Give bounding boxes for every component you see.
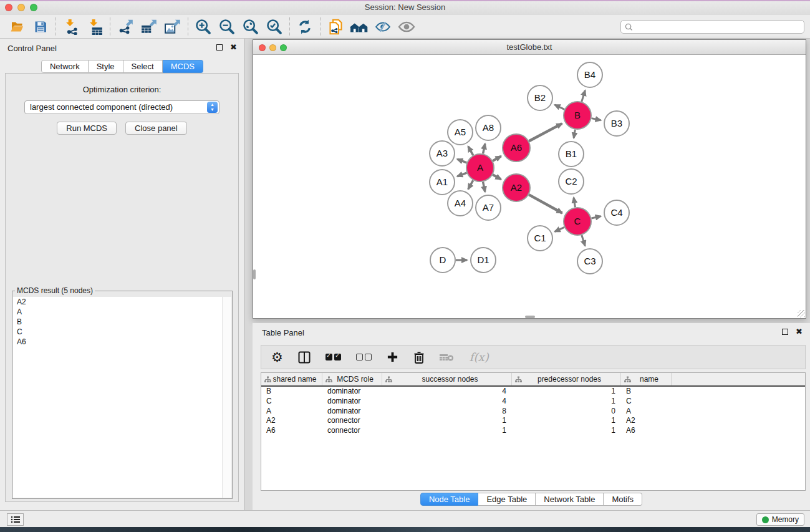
criterion-select[interactable]: largest connected component (directed) ▲…	[24, 100, 219, 114]
table-row[interactable]: Adominator80A	[261, 407, 805, 417]
table-cell[interactable]: 0	[512, 407, 621, 417]
graph-node-A5[interactable]: A5	[448, 120, 473, 145]
close-panel-icon[interactable]: ✖	[796, 329, 803, 335]
graph-node-A7[interactable]: A7	[476, 195, 501, 220]
graph-edge-A-A1[interactable]	[457, 173, 466, 177]
graph-edge-B-B4[interactable]	[582, 90, 586, 102]
table-cell[interactable]: connector	[322, 416, 382, 426]
column-header-successor-nodes[interactable]: successor nodes	[382, 373, 512, 385]
graph-node-C3[interactable]: C3	[577, 249, 602, 274]
graph-node-C2[interactable]: C2	[559, 169, 584, 194]
search-input-wrap[interactable]	[620, 20, 804, 34]
apply-layout-button[interactable]	[293, 17, 317, 37]
table-cell[interactable]: A	[621, 407, 672, 417]
tab-network[interactable]: Network	[41, 60, 89, 73]
table-cell[interactable]: B	[621, 387, 672, 397]
mcds-result-item[interactable]: A6	[13, 337, 231, 347]
import-table-button[interactable]	[83, 17, 107, 37]
show-panels-button[interactable]	[7, 513, 24, 526]
create-column-button[interactable]	[387, 351, 398, 363]
zoom-fit-button[interactable]	[239, 17, 263, 37]
graph-edge-C-C3[interactable]	[582, 235, 585, 246]
graph-node-B[interactable]: B	[564, 102, 591, 129]
graph-node-B1[interactable]: B1	[559, 142, 584, 167]
table-cell[interactable]: 8	[382, 407, 512, 417]
graph-edge-B-B2[interactable]	[555, 105, 565, 109]
mcds-result-item[interactable]: B	[13, 317, 231, 327]
table-cell[interactable]: B	[261, 387, 322, 397]
export-image-button[interactable]	[161, 17, 185, 37]
tab-select[interactable]: Select	[123, 60, 163, 73]
new-network-from-selection-button[interactable]	[324, 17, 347, 37]
open-file-button[interactable]	[5, 17, 29, 37]
graph-edge-B-B3[interactable]	[592, 118, 601, 120]
table-row[interactable]: Bdominator41B	[261, 387, 805, 397]
show-all-button[interactable]	[395, 17, 418, 37]
graph-node-C1[interactable]: C1	[528, 226, 552, 251]
graph-node-B3[interactable]: B3	[604, 111, 629, 136]
graph-edge-A-A2[interactable]	[493, 175, 501, 179]
graph-edge-A-A4[interactable]	[468, 180, 473, 189]
table-cell[interactable]: dominator	[322, 397, 382, 407]
table-tab-edge-table[interactable]: Edge Table	[478, 493, 536, 506]
delete-column-button[interactable]	[413, 351, 425, 364]
float-panel-icon[interactable]	[782, 329, 788, 335]
column-header-shared-name[interactable]: shared name	[261, 373, 322, 385]
canvas-vertical-scroll-thumb[interactable]	[253, 269, 256, 279]
float-panel-icon[interactable]	[216, 44, 223, 51]
mcds-result-item[interactable]: A2	[13, 297, 231, 307]
column-header-predecessor-nodes[interactable]: predecessor nodes	[512, 373, 621, 385]
first-neighbors-button[interactable]	[347, 17, 371, 37]
tab-style[interactable]: Style	[89, 60, 123, 73]
table-cell[interactable]: connector	[322, 426, 382, 436]
window-resize-grip[interactable]	[798, 310, 805, 317]
graph-edge-A-A7[interactable]	[483, 182, 485, 192]
network-canvas[interactable]: B4B2BB3A8A5A6B1A3AA1C2A2A4A7C4CC1C3DD1	[253, 55, 806, 318]
graph-node-D[interactable]: D	[430, 248, 455, 273]
table-cell[interactable]: 1	[512, 416, 621, 426]
mcds-list-scrollbar[interactable]	[222, 297, 231, 498]
hide-selected-button[interactable]	[371, 17, 395, 37]
search-input[interactable]	[634, 21, 804, 32]
run-mcds-button[interactable]: Run MCDS	[57, 122, 117, 135]
table-cell[interactable]: C	[621, 397, 672, 407]
table-cell[interactable]: 1	[512, 426, 621, 436]
export-network-button[interactable]	[113, 17, 137, 37]
table-cell[interactable]: C	[261, 397, 322, 407]
table-cell[interactable]: dominator	[322, 387, 382, 397]
table-cell[interactable]: A2	[621, 416, 672, 426]
graph-edge-A-A6[interactable]	[493, 157, 501, 161]
column-header-mcds-role[interactable]: MCDS role	[322, 373, 382, 385]
graph-node-A6[interactable]: A6	[503, 134, 530, 162]
close-panel-icon[interactable]: ✖	[230, 44, 237, 51]
table-cell[interactable]: 4	[382, 387, 512, 397]
table-tab-node-table[interactable]: Node Table	[420, 493, 479, 506]
mcds-result-item[interactable]: A	[13, 307, 231, 317]
graph-node-A2[interactable]: A2	[503, 174, 530, 201]
deselect-all-columns-button[interactable]	[356, 354, 372, 360]
table-cell[interactable]: 1	[382, 416, 512, 426]
table-cell[interactable]: A	[261, 407, 322, 417]
graph-node-C4[interactable]: C4	[604, 200, 629, 225]
graph-edge-A-A8[interactable]	[483, 143, 485, 153]
graph-edge-A-A3[interactable]	[457, 159, 466, 163]
graph-edge-A-A5[interactable]	[468, 147, 473, 155]
graph-edge-A2-C[interactable]	[529, 195, 562, 213]
graph-node-C[interactable]: C	[564, 208, 591, 235]
table-cell[interactable]: 1	[512, 387, 621, 397]
select-all-columns-button[interactable]	[325, 354, 341, 360]
export-table-button[interactable]	[137, 17, 161, 37]
column-header-name[interactable]: name	[621, 373, 672, 385]
table-cell[interactable]: A2	[261, 416, 322, 426]
graph-node-A8[interactable]: A8	[476, 115, 501, 140]
zoom-in-button[interactable]	[191, 17, 215, 37]
table-cell[interactable]: A6	[261, 426, 322, 436]
table-row[interactable]: A6connector11A6	[261, 426, 805, 436]
show-columns-button[interactable]	[298, 351, 311, 364]
table-cell[interactable]: 4	[382, 397, 512, 407]
table-tab-motifs[interactable]: Motifs	[604, 493, 642, 506]
table-cell[interactable]: A6	[621, 426, 672, 436]
graph-node-A4[interactable]: A4	[448, 191, 473, 216]
graph-node-A1[interactable]: A1	[430, 170, 455, 195]
canvas-horizontal-scroll-thumb[interactable]	[525, 316, 535, 318]
